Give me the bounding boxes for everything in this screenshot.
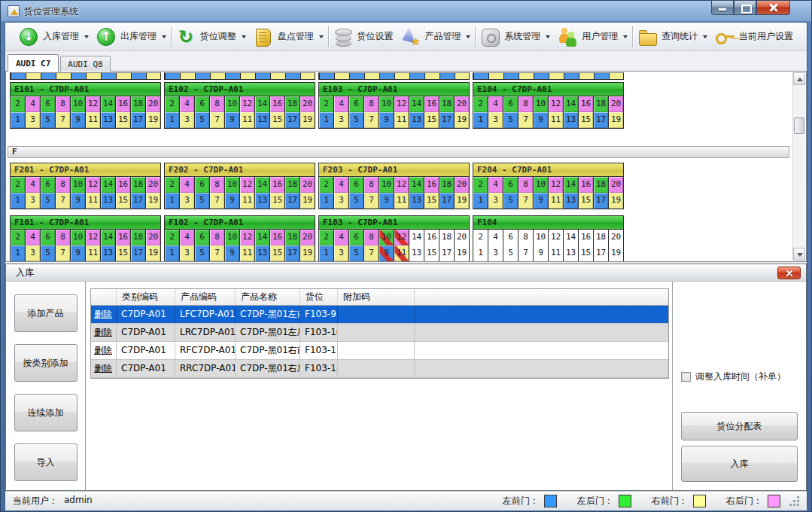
toolbar-button-user-key[interactable]: 当前用户设置: [712, 26, 796, 48]
location-cell[interactable]: 14: [409, 177, 424, 193]
location-cell[interactable]: 14: [101, 230, 116, 245]
location-cell[interactable]: 8: [56, 177, 71, 193]
location-cell[interactable]: 12: [394, 96, 409, 112]
location-cell[interactable]: 19: [609, 193, 623, 209]
table-row[interactable]: 删除C7DP-A01LRC7DP-A01C7DP-黑01左后F103-10: [91, 324, 668, 342]
location-cell[interactable]: 19: [300, 245, 315, 261]
location-cell[interactable]: 8: [210, 177, 225, 193]
location-cell[interactable]: 16: [270, 96, 285, 112]
location-cell[interactable]: 6: [503, 230, 519, 245]
location-cell[interactable]: 1: [473, 193, 488, 209]
location-cell[interactable]: 6: [503, 177, 519, 193]
location-cell[interactable]: 18: [439, 230, 455, 245]
location-cell[interactable]: 14: [564, 96, 579, 112]
location-cell[interactable]: 2: [11, 96, 26, 112]
location-cell[interactable]: 17: [594, 112, 609, 128]
location-cell[interactable]: 7: [519, 245, 534, 261]
location-cell[interactable]: 16: [424, 230, 439, 245]
location-cell[interactable]: 15: [270, 245, 285, 261]
location-cell[interactable]: 14: [255, 177, 270, 193]
toolbar-button-outbound-arrow[interactable]: 出库管理: [93, 26, 169, 48]
location-cell[interactable]: 15: [579, 193, 594, 209]
location-cell[interactable]: 19: [300, 193, 315, 209]
location-cell[interactable]: 9: [71, 193, 86, 209]
allocation-table-button[interactable]: 货位分配表: [681, 412, 798, 440]
location-cell[interactable]: 9: [225, 193, 240, 209]
location-cell[interactable]: 17: [594, 193, 609, 209]
location-cell[interactable]: 8: [519, 96, 534, 112]
dialog-button[interactable]: 连续添加: [14, 394, 78, 431]
location-cell[interactable]: 8: [210, 96, 225, 112]
location-cell[interactable]: 20: [455, 230, 469, 245]
location-cell[interactable]: 15: [579, 112, 594, 128]
location-cell[interactable]: 20: [300, 230, 315, 245]
location-cell[interactable]: 11: [86, 245, 101, 261]
location-cell[interactable]: 3: [26, 245, 41, 261]
location-cell[interactable]: 16: [579, 230, 594, 245]
location-cell[interactable]: 7: [519, 112, 534, 128]
location-cell[interactable]: 4: [488, 177, 503, 193]
table-row[interactable]: 删除C7DP-A01LFC7DP-A01C7DP-黑01左前F103-9: [91, 306, 668, 324]
location-cell[interactable]: 13: [101, 245, 116, 261]
location-cell[interactable]: 18: [439, 177, 455, 193]
location-cell[interactable]: 17: [285, 245, 300, 261]
location-cell[interactable]: 7: [364, 112, 379, 128]
location-cell[interactable]: 1: [473, 245, 488, 261]
location-cell[interactable]: 17: [131, 112, 146, 128]
toolbar-button-db-cylinder[interactable]: 货位设置: [330, 26, 397, 48]
location-cell[interactable]: 19: [146, 245, 160, 261]
location-cell[interactable]: 3: [334, 245, 349, 261]
delete-link[interactable]: 删除: [94, 327, 112, 337]
toolbar-button-users[interactable]: 用户管理: [555, 26, 631, 48]
location-cell[interactable]: 2: [473, 177, 488, 193]
location-cell[interactable]: 13: [564, 245, 579, 261]
location-cell[interactable]: 13: [409, 112, 424, 128]
location-cell[interactable]: 17: [131, 245, 146, 261]
location-cell[interactable]: 13: [101, 193, 116, 209]
location-cell[interactable]: 16: [270, 177, 285, 193]
location-cell[interactable]: 8: [56, 230, 71, 245]
location-cell[interactable]: 12: [86, 230, 101, 245]
location-cell[interactable]: 5: [41, 193, 56, 209]
location-cell[interactable]: 5: [349, 245, 364, 261]
scroll-down-button[interactable]: [793, 248, 805, 261]
location-cell[interactable]: 20: [455, 96, 469, 112]
toolbar-button-inbound-arrow[interactable]: 入库管理: [16, 26, 92, 48]
location-cell[interactable]: 18: [439, 96, 455, 112]
location-cell[interactable]: 4: [180, 177, 195, 193]
location-cell[interactable]: 15: [116, 245, 131, 261]
location-cell[interactable]: 1: [11, 245, 26, 261]
location-cell[interactable]: 19: [455, 245, 469, 261]
location-cell[interactable]: 14: [564, 230, 579, 245]
scrollbar-thumb[interactable]: [794, 117, 804, 134]
location-cell[interactable]: 7: [364, 245, 379, 261]
location-cell[interactable]: 4: [488, 96, 503, 112]
location-cell[interactable]: 15: [424, 193, 439, 209]
location-cell[interactable]: 15: [424, 245, 439, 261]
location-cell[interactable]: 15: [270, 112, 285, 128]
location-cell[interactable]: 4: [488, 230, 503, 245]
location-cell[interactable]: 1: [319, 245, 334, 261]
location-cell[interactable]: 12: [240, 96, 255, 112]
location-cell[interactable]: 5: [41, 245, 56, 261]
location-cell[interactable]: 14: [255, 96, 270, 112]
location-cell[interactable]: 6: [41, 230, 56, 245]
location-cell[interactable]: 2: [473, 230, 488, 245]
location-cell[interactable]: 5: [503, 193, 519, 209]
location-cell[interactable]: 9: [379, 245, 394, 261]
location-cell[interactable]: 4: [26, 96, 41, 112]
location-cell[interactable]: 3: [180, 245, 195, 261]
table-row[interactable]: 删除C7DP-A01RRC7DP-A01C7DP-黑01右后F103-12: [91, 360, 668, 378]
maximize-button[interactable]: [734, 1, 756, 15]
location-cell[interactable]: 7: [210, 193, 225, 209]
location-cell[interactable]: 8: [519, 177, 534, 193]
location-cell[interactable]: 16: [116, 230, 131, 245]
dialog-button[interactable]: 导入: [14, 443, 78, 481]
location-cell[interactable]: 1: [165, 245, 180, 261]
location-cell[interactable]: 3: [180, 112, 195, 128]
location-cell[interactable]: 9: [534, 193, 549, 209]
location-cell[interactable]: 2: [319, 177, 334, 193]
location-cell[interactable]: 9: [71, 112, 86, 128]
location-cell[interactable]: 19: [455, 112, 469, 128]
location-cell[interactable]: 11: [549, 112, 564, 128]
